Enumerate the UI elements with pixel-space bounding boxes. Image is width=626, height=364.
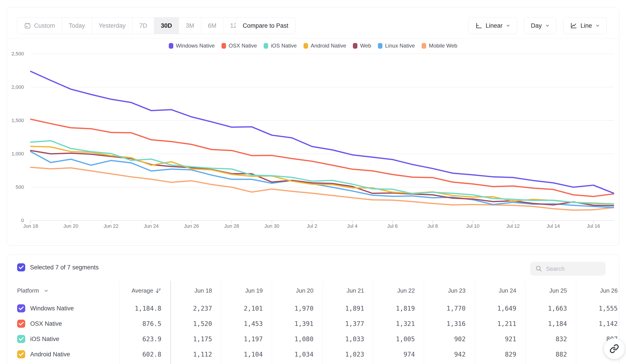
search-icon: [535, 265, 542, 272]
value-cell: 2,237: [170, 301, 221, 316]
value-cell: 882: [525, 347, 576, 362]
y-axis-tick-label: 1,500: [7, 118, 24, 123]
value-cell: 1,377: [322, 316, 373, 331]
platform-cell: iOS Native: [7, 331, 120, 347]
value-cell: 1,391: [272, 316, 322, 331]
sort-descending-icon: [156, 288, 161, 294]
segment-name: iOS Native: [30, 336, 59, 343]
value-cell: 602.8: [120, 347, 170, 362]
selected-segments-label: Selected 7 of 7 segments: [30, 264, 99, 271]
value-cell: 832: [525, 331, 576, 347]
column-header-jun-23[interactable]: Jun 23: [424, 281, 474, 301]
segment-checkbox[interactable]: [17, 320, 25, 328]
platform-header-cell[interactable]: Platform: [7, 281, 120, 301]
x-axis-tick-label: Jun 20: [57, 223, 84, 229]
x-axis-tick-label: Jul 12: [500, 223, 527, 229]
segment-search-box[interactable]: [530, 262, 605, 276]
column-header-jun-20[interactable]: Jun 20: [272, 281, 322, 301]
x-axis-tick-label: Jul 8: [419, 223, 446, 229]
column-header-jun-22[interactable]: Jun 22: [373, 281, 424, 301]
table-row-windows-native: Windows Native1,184.82,2372,1011,9701,89…: [7, 301, 619, 316]
x-axis-tick-label: Jul 16: [580, 223, 607, 229]
column-header-average[interactable]: Average: [120, 281, 170, 301]
value-cell: 1,819: [373, 301, 424, 316]
segment-name: Windows Native: [30, 305, 74, 312]
x-axis-tick-label: Jul 10: [459, 223, 486, 229]
value-cell: 1,034: [272, 347, 322, 362]
value-cell: 1,080: [272, 331, 322, 347]
value-cell: 1,770: [424, 301, 474, 316]
value-cell: 1,184: [525, 316, 576, 331]
y-axis-tick-label: 2,000: [7, 84, 24, 90]
table-filler: [7, 362, 619, 364]
chart-card: CustomTodayYesterday7D30D3M6M12M Compare…: [7, 7, 619, 246]
platform-cell: Android Native: [7, 347, 120, 362]
copy-link-button[interactable]: [604, 338, 625, 359]
value-cell: 876.5: [120, 316, 170, 331]
segment-checkbox[interactable]: [17, 335, 25, 343]
value-cell: 1,033: [322, 331, 373, 347]
value-cell: 1,453: [221, 316, 272, 331]
x-axis-tick-label: Jun 30: [258, 223, 285, 229]
value-cell: 1,321: [373, 316, 424, 331]
column-header-jun-21[interactable]: Jun 21: [322, 281, 373, 301]
value-cell: 1,184.8: [120, 301, 170, 316]
platform-cell: Windows Native: [7, 301, 120, 316]
y-axis-tick-label: 500: [7, 184, 24, 190]
value-cell: 829: [474, 347, 525, 362]
segments-table-card: Selected 7 of 7 segments Platform Averag…: [7, 255, 619, 364]
column-header-jun-24[interactable]: Jun 24: [474, 281, 525, 301]
y-axis-tick-label: 0: [7, 218, 24, 223]
value-cell: 623.9: [120, 331, 170, 347]
column-header-jun-25[interactable]: Jun 25: [525, 281, 576, 301]
value-cell: 1,005: [373, 331, 424, 347]
value-cell: 2,101: [221, 301, 272, 316]
series-line-web[interactable]: [31, 150, 614, 206]
select-all-row: Selected 7 of 7 segments: [17, 263, 99, 271]
value-cell: 1,970: [272, 301, 322, 316]
select-all-checkbox[interactable]: [17, 263, 25, 271]
x-axis-tick-label: Jul 2: [299, 223, 326, 229]
table-row-osx-native: OSX Native876.51,5201,4531,3911,3771,321…: [7, 316, 619, 331]
value-cell: 1,555: [576, 301, 619, 316]
x-axis-tick-label: Jul 4: [339, 223, 366, 229]
x-axis-tick-label: Jun 22: [98, 223, 125, 229]
segment-name: Android Native: [30, 351, 70, 358]
column-header-jun-26[interactable]: Jun 26: [576, 281, 619, 301]
x-axis-tick-label: Jun 24: [138, 223, 165, 229]
value-cell: 1,197: [221, 331, 272, 347]
y-axis-tick-label: 2,500: [7, 51, 24, 57]
value-cell: 1,023: [322, 347, 373, 362]
value-cell: 1,316: [424, 316, 474, 331]
value-cell: 1,891: [322, 301, 373, 316]
value-cell: 1,104: [221, 347, 272, 362]
column-header-jun-19[interactable]: Jun 19: [221, 281, 272, 301]
value-cell: 921: [474, 331, 525, 347]
value-cell: 1,175: [170, 331, 221, 347]
value-cell: 1,663: [525, 301, 576, 316]
table-row-ios-native: iOS Native623.91,1751,1971,0801,0331,005…: [7, 331, 619, 347]
value-cell: 1,211: [474, 316, 525, 331]
value-cell: 1,142: [576, 316, 619, 331]
table-header-row: Platform AverageJun 18Jun 19Jun 20Jun 21…: [7, 281, 619, 301]
x-axis-tick-label: Jun 28: [218, 223, 245, 229]
x-axis-tick-label: Jul 6: [379, 223, 406, 229]
line-chart-plot[interactable]: [7, 7, 620, 246]
search-input[interactable]: [546, 265, 601, 272]
column-header-jun-18[interactable]: Jun 18: [170, 281, 221, 301]
table-row-android-native: Android Native602.81,1121,1041,0341,0239…: [7, 347, 619, 362]
value-cell: 902: [424, 331, 474, 347]
link-icon: [610, 344, 619, 353]
x-axis-tick-label: Jun 18: [17, 223, 44, 229]
segment-checkbox[interactable]: [17, 350, 25, 358]
value-cell: 1,112: [170, 347, 221, 362]
value-cell: 1,520: [170, 316, 221, 331]
value-cell: 1,649: [474, 301, 525, 316]
x-axis-tick-label: Jun 26: [178, 223, 205, 229]
segment-checkbox[interactable]: [17, 304, 25, 312]
x-axis-tick-label: Jul 14: [540, 223, 567, 229]
value-cell: 974: [373, 347, 424, 362]
segments-table: Platform AverageJun 18Jun 19Jun 20Jun 21…: [7, 281, 619, 364]
value-cell: 942: [424, 347, 474, 362]
chevron-down-icon: [44, 289, 48, 293]
